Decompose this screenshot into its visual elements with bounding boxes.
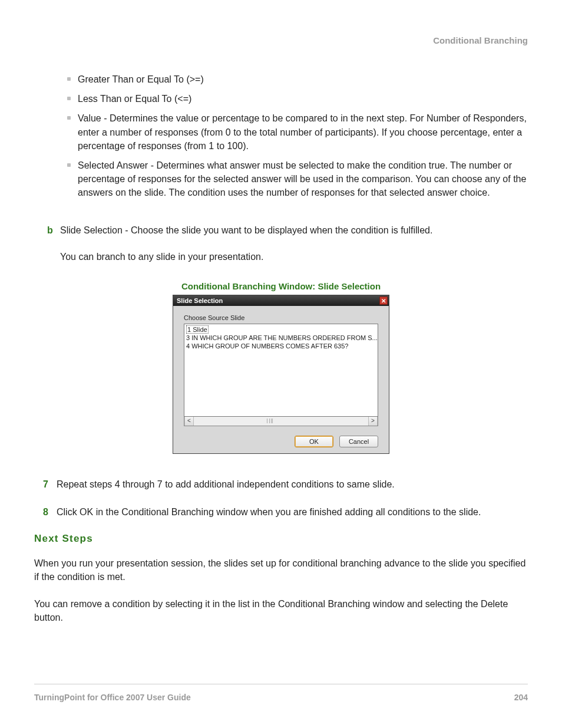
section-header: Conditional Branching: [34, 35, 528, 45]
list-item[interactable]: 3 IN WHICH GROUP ARE THE NUMBERS ORDERED…: [186, 334, 376, 342]
bullet-icon: [67, 116, 71, 120]
bullet-text: Less Than or Equal To (<=): [78, 92, 528, 106]
step-text: Repeat steps 4 through 7 to add addition…: [57, 477, 395, 491]
step-label: b: [47, 223, 60, 237]
bullet-item: Less Than or Equal To (<=): [67, 92, 528, 106]
dialog-titlebar: Slide Selection ✕: [173, 295, 389, 306]
bullet-list: Greater Than or Equal To (>=) Less Than …: [67, 73, 528, 200]
bullet-text: Greater Than or Equal To (>=): [78, 73, 528, 86]
list-item-selected[interactable]: 1 Slide: [186, 325, 209, 334]
cancel-button[interactable]: Cancel: [339, 436, 378, 447]
step-b-note: You can branch to any slide in your pres…: [60, 250, 528, 263]
next-steps-p2: You can remove a condition by selecting …: [34, 597, 528, 624]
step-number: 8: [34, 505, 48, 519]
step-text: Slide Selection - Choose the slide you w…: [60, 223, 432, 237]
page-number: 204: [514, 693, 528, 702]
step-text: Click OK in the Conditional Branching wi…: [57, 505, 481, 519]
scroll-grip-icon: [267, 419, 273, 423]
choose-source-label: Choose Source Slide: [184, 314, 378, 321]
bullet-text: Value - Determines the value or percenta…: [78, 111, 528, 153]
scroll-right-icon[interactable]: >: [368, 417, 378, 426]
source-slide-listbox[interactable]: 1 Slide 3 IN WHICH GROUP ARE THE NUMBERS…: [184, 324, 378, 417]
step-b: b Slide Selection - Choose the slide you…: [47, 223, 528, 237]
horizontal-scrollbar[interactable]: < >: [184, 417, 378, 426]
next-steps-p1: When you run your presentation session, …: [34, 556, 528, 584]
scroll-left-icon[interactable]: <: [184, 417, 194, 426]
bullet-icon: [67, 163, 71, 167]
figure-caption: Conditional Branching Window: Slide Sele…: [34, 281, 528, 291]
bullet-item: Selected Answer - Determines what answer…: [67, 159, 528, 200]
footer-title: TurningPoint for Office 2007 User Guide: [34, 693, 191, 702]
bullet-icon: [67, 77, 71, 81]
ok-button[interactable]: OK: [295, 436, 333, 447]
list-item[interactable]: 1 Slide: [186, 325, 376, 334]
step-8: 8 Click OK in the Conditional Branching …: [34, 505, 528, 519]
step-7: 7 Repeat steps 4 through 7 to add additi…: [34, 477, 528, 491]
bullet-item: Greater Than or Equal To (>=): [67, 73, 528, 86]
close-icon[interactable]: ✕: [379, 297, 388, 305]
list-item[interactable]: 4 WHICH GROUP OF NUMBERS COMES AFTER 635…: [186, 342, 376, 350]
dialog-title: Slide Selection: [177, 297, 379, 304]
slide-selection-dialog: Slide Selection ✕ Choose Source Slide 1 …: [173, 295, 389, 454]
step-number: 7: [34, 477, 48, 491]
footer-divider: [34, 684, 528, 684]
scroll-track[interactable]: [194, 417, 368, 426]
next-steps-heading: Next Steps: [34, 533, 528, 545]
bullet-icon: [67, 97, 71, 100]
page-footer: TurningPoint for Office 2007 User Guide …: [34, 693, 528, 702]
bullet-item: Value - Determines the value or percenta…: [67, 111, 528, 153]
bullet-text: Selected Answer - Determines what answer…: [78, 159, 528, 200]
